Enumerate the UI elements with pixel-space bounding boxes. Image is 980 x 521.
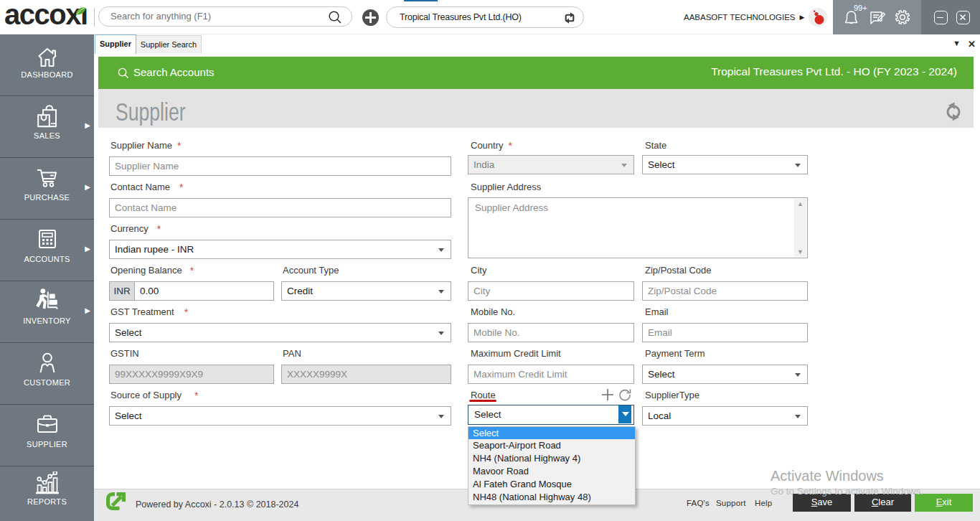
svg-text:accoxı: accoxı [4,0,88,30]
